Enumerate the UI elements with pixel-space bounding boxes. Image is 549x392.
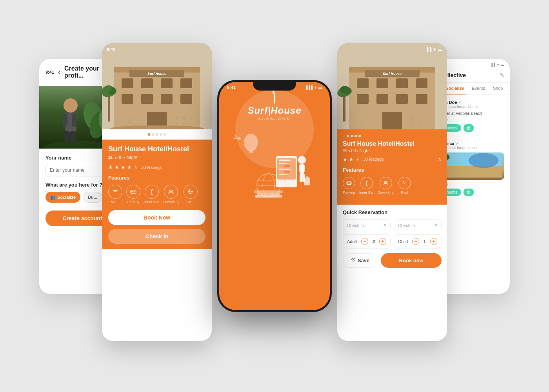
features-title-left: Features <box>108 175 205 181</box>
back-icon[interactable]: ‹ <box>58 68 60 76</box>
hotel-card-left: 9:41 <box>102 43 212 341</box>
dot-r3 <box>351 135 353 137</box>
parking-icon-circle <box>126 185 140 199</box>
action-row: ♡ Save Book now <box>343 253 442 268</box>
svg-rect-20 <box>180 94 192 104</box>
phone-frame: 9:41 ▐▐▐ ▼ ▬ <box>218 80 331 312</box>
star-1: ★ <box>108 164 113 170</box>
hotel-name-right: Surf House Hotel/Hostel <box>343 140 442 147</box>
adult-minus-button[interactable]: − <box>361 238 368 245</box>
reservation-section: Quick Reservation Check In ▾ Check In ▾ … <box>337 205 447 272</box>
check-in-button-left[interactable]: Check In <box>108 229 205 244</box>
svg-rect-75 <box>376 94 388 104</box>
child-plus-button[interactable]: + <box>430 238 437 245</box>
svg-rect-81 <box>343 94 345 122</box>
checkin-chevron: ▾ <box>384 223 386 228</box>
reservation-title: Quick Reservation <box>343 209 442 215</box>
collapse-icon[interactable]: ∧ <box>438 156 442 162</box>
book-now-button-left[interactable]: Book Now <box>108 210 205 225</box>
checkin-dropdown[interactable]: Check In ▾ <box>343 219 391 231</box>
phone-illustration <box>229 127 320 205</box>
svg-rect-43 <box>255 195 282 198</box>
checkout-label: Check In <box>398 223 415 228</box>
parking-icon-right <box>343 177 355 189</box>
star-2: ★ <box>115 164 119 170</box>
svg-rect-51 <box>279 169 291 170</box>
socialize-label: Socialize <box>57 195 76 200</box>
logo-surf: Surf <box>247 105 268 116</box>
svg-rect-71 <box>376 78 388 88</box>
phone-notch <box>253 80 296 91</box>
star-5: ★ <box>133 164 138 170</box>
svg-point-87 <box>350 183 351 183</box>
edit-icon[interactable]: ✎ <box>500 72 504 78</box>
socialize-button[interactable]: 👥 Socialize <box>45 192 80 203</box>
svg-rect-3 <box>63 113 67 127</box>
svg-rect-16 <box>180 78 192 88</box>
svg-rect-77 <box>416 94 427 104</box>
delete-button-1[interactable]: 🗑 <box>464 124 474 132</box>
svg-rect-24 <box>108 94 110 122</box>
svg-rect-50 <box>284 165 290 167</box>
hotel-building-svg-right: Surf House <box>337 43 447 129</box>
svg-point-29 <box>176 117 185 126</box>
hotel-time-left: 9:41 <box>107 47 115 52</box>
dots-indicator-left <box>102 129 212 140</box>
coworking-icon-right <box>380 177 392 189</box>
features-icons-right: Parking Inner Bar Coworking <box>343 177 442 194</box>
hotel-status-right: ▐▐▼▬ <box>425 47 442 52</box>
svg-point-93 <box>469 153 499 168</box>
pool-label-right: Pool <box>401 191 408 194</box>
svg-point-36 <box>189 190 190 191</box>
parking-label: Parking <box>127 200 140 204</box>
wifi-label: Wi-Fi <box>111 200 120 204</box>
post-1-username: hn Doe ✓ <box>442 100 504 105</box>
book-now-button-right[interactable]: Book now <box>381 253 442 268</box>
star-3: ★ <box>121 164 125 170</box>
verified-icon-2: ✓ <box>456 142 459 146</box>
post-1-location: urfhouse hostel-10 min <box>442 105 504 109</box>
stars-row-right: ★ ★ ★ 30 Ratings ∧ <box>343 156 442 162</box>
svg-rect-15 <box>161 78 173 88</box>
bar-icon-right <box>360 177 373 189</box>
feature-r-parking: Parking <box>343 177 355 194</box>
delete-button-2[interactable]: 🗑 <box>464 189 474 196</box>
signal-icon: ▐▐▐ <box>305 85 313 89</box>
svg-rect-78 <box>382 112 402 129</box>
adult-plus-button[interactable]: + <box>379 238 386 245</box>
svg-rect-4 <box>72 113 76 127</box>
bar-label: Inner Bar <box>144 200 159 204</box>
svg-point-37 <box>272 91 274 93</box>
child-minus-button[interactable]: − <box>412 238 419 245</box>
dot-4 <box>160 133 162 136</box>
guest-row: Adult − 2 + Child − 1 + <box>343 234 442 249</box>
hotel-right-orange-body: Surf House Hotel/Hostel $65.00 / Night ★… <box>337 129 447 205</box>
svg-point-90 <box>403 181 404 182</box>
adult-counter: Adult − 2 + <box>343 234 391 249</box>
save-button-right[interactable]: ♡ Save <box>343 253 378 268</box>
center-phone: 9:41 ▐▐▐ ▼ ▬ <box>218 80 331 312</box>
svg-rect-14 <box>141 78 153 88</box>
tab-events[interactable]: Events <box>469 83 487 94</box>
hotel-card-left-body: Surf House Hotel/Hostel $65.00 / Night ★… <box>102 140 212 249</box>
svg-point-54 <box>298 156 306 164</box>
svg-rect-70 <box>357 78 369 88</box>
svg-point-35 <box>171 190 173 191</box>
battery-icon: ▬ <box>318 85 322 89</box>
checkout-dropdown[interactable]: Check In ▾ <box>394 219 442 231</box>
adult-count: 2 <box>373 239 375 244</box>
dot-2 <box>152 133 154 136</box>
wifi-status-icon: ▼ <box>314 85 317 89</box>
hotel-price-right: $65.00 / Night <box>343 148 442 153</box>
business-button[interactable]: Bu... <box>83 192 102 203</box>
verified-icon-1: ✓ <box>458 100 461 105</box>
coworking-label-right: Coworking <box>378 191 394 194</box>
tab-shop[interactable]: Shop <box>491 83 505 94</box>
svg-point-63 <box>244 134 258 151</box>
svg-text:Surf House: Surf House <box>147 72 166 76</box>
svg-rect-5 <box>64 131 69 143</box>
coworking-icon-circle <box>164 185 178 199</box>
bar-label-right: Inner Bar <box>359 191 374 194</box>
svg-rect-58 <box>300 174 302 182</box>
svg-rect-57 <box>302 165 305 172</box>
